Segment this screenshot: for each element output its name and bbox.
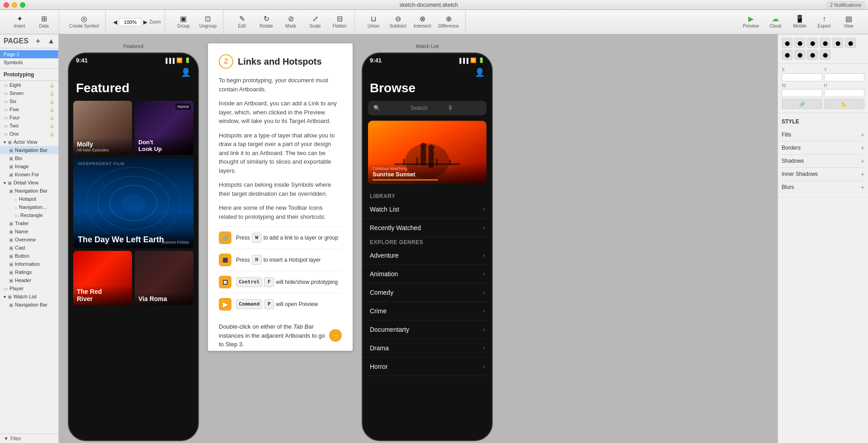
genre-animation[interactable]: Animation › (363, 265, 492, 283)
y-input[interactable] (824, 73, 865, 81)
layer-nav-bar-1[interactable]: ▣ Navigation Bar (0, 146, 58, 154)
cloud-button[interactable]: ☁ Cloud (764, 14, 787, 30)
pages-collapse-button[interactable]: ▲ (47, 37, 55, 45)
movie-card-molly[interactable]: Molly All-New Episodes (73, 101, 132, 155)
fills-add-icon[interactable]: + (861, 131, 864, 138)
layer-information[interactable]: ▣ Information (0, 260, 58, 268)
edit-button[interactable]: ✎ Edit (231, 14, 253, 30)
align-right-button[interactable]: ⬤ (807, 38, 818, 48)
library-watch-list[interactable]: Watch List › (363, 200, 492, 219)
layer-seven[interactable]: ▭ Seven 🔒 (0, 89, 58, 97)
style-blurs[interactable]: Blurs + (782, 181, 864, 193)
export-button[interactable]: ↑ Export (813, 14, 835, 30)
w-input[interactable] (782, 89, 822, 97)
shadows-add-icon[interactable]: + (861, 157, 864, 165)
minimize-button[interactable] (12, 2, 17, 8)
align-bottom-button[interactable]: ⬤ (845, 38, 856, 48)
intersect-button[interactable]: ⊗ Intersect (411, 14, 434, 30)
rotate-button[interactable]: ↻ Rotate (255, 14, 278, 30)
genre-comedy[interactable]: Comedy › (363, 283, 492, 302)
search-box[interactable]: 🔍 Search 🎙 (368, 101, 486, 115)
layer-nav-bar-3[interactable]: ▣ Navigation Bar (0, 301, 58, 309)
layer-name[interactable]: ▣ Name (0, 227, 58, 236)
mask-button[interactable]: ⊘ Mask (279, 14, 302, 30)
layer-one[interactable]: ▭ One 🔒 (0, 130, 58, 138)
maximize-button[interactable] (20, 2, 25, 8)
actor-view-group[interactable]: ▾ ▣ Actor View (0, 138, 58, 146)
layer-four[interactable]: ▭ Four 🔒 (0, 113, 58, 122)
arrow-button[interactable]: → (329, 329, 342, 342)
insert-button[interactable]: ✦ Insert (8, 14, 31, 30)
layer-six[interactable]: ▭ Six 🔒 (0, 97, 58, 105)
mobile-button[interactable]: 📱 Mobile (788, 14, 811, 30)
ungroup-button[interactable]: ⊡ Ungroup (197, 14, 219, 30)
align-top-button[interactable]: ⬤ (820, 38, 830, 48)
genre-crime[interactable]: Crime › (363, 302, 492, 320)
layer-cast[interactable]: ▣ Cast (0, 244, 58, 252)
layer-navigation[interactable]: ⬦ Navigation... (0, 203, 58, 211)
zoom-control[interactable]: ◀ ▶ (113, 18, 147, 26)
window-controls[interactable] (4, 2, 25, 8)
detail-view-group[interactable]: ▾ ▣ Detail View (0, 179, 58, 187)
constrain-button[interactable]: 📐 (824, 99, 865, 109)
pages-add-button[interactable]: + (36, 37, 40, 45)
flip-h-button[interactable]: ⬤ (807, 50, 818, 60)
layer-eight[interactable]: ▭ Eight 🔒 (0, 81, 58, 89)
genre-adventure[interactable]: Adventure › (363, 246, 492, 265)
layer-known-for[interactable]: ▣ Known For (0, 170, 58, 179)
h-input[interactable] (824, 89, 865, 97)
close-button[interactable] (4, 2, 9, 8)
view-button[interactable]: ▤ View (837, 14, 860, 30)
group-button[interactable]: ▣ Group (172, 14, 195, 30)
layer-rectangle[interactable]: ▭ Rectangle (0, 211, 58, 219)
layer-ratings[interactable]: ▣ Ratings (0, 268, 58, 276)
layer-overview[interactable]: ▣ Overview (0, 236, 58, 244)
movie-card-dont[interactable]: Don'tLook Up Horror (135, 101, 193, 155)
dist-h-button[interactable]: ⬤ (782, 50, 793, 60)
genre-horror[interactable]: Horror › (363, 358, 492, 376)
movie-card-day[interactable]: INDEPENDENT FILM The Day We Left Earth S… (73, 158, 193, 248)
borders-add-icon[interactable]: + (861, 144, 864, 151)
layer-player[interactable]: ▭ Player (0, 284, 58, 292)
genre-documentary[interactable]: Documentarty › (363, 320, 492, 339)
flatten-button[interactable]: ⊟ Flatten (328, 14, 351, 30)
layer-trailer[interactable]: ▣ Trailer (0, 219, 58, 227)
style-fills[interactable]: Fills + (782, 128, 864, 141)
dist-v-button[interactable]: ⬤ (794, 50, 805, 60)
layer-bio[interactable]: ▣ Bio (0, 154, 58, 162)
style-shadows[interactable]: Shadows + (782, 155, 864, 168)
layer-nav-bar-2[interactable]: ▣ Navigation Bar (0, 187, 58, 195)
difference-button[interactable]: ⊕ Difference (435, 14, 461, 30)
style-inner-shadows[interactable]: Inner Shadows + (782, 168, 864, 181)
style-borders[interactable]: Borders + (782, 141, 864, 155)
align-middle-button[interactable]: ⬤ (832, 38, 843, 48)
genre-drama[interactable]: Drama › (363, 339, 492, 358)
preview-button[interactable]: ▶ Preview (740, 14, 762, 30)
x-input[interactable] (782, 73, 822, 81)
union-button[interactable]: ⊔ Union (362, 14, 385, 30)
layer-button[interactable]: ▣ Button (0, 252, 58, 260)
continue-watching-card[interactable]: Continue Watching Sunrise Sunset (368, 121, 486, 184)
page-1-item[interactable]: Page 1 (0, 50, 58, 58)
scale-button[interactable]: ⤢ Scale (304, 14, 326, 30)
layer-two[interactable]: ▭ Two 🔒 (0, 122, 58, 130)
inner-shadows-add-icon[interactable]: + (861, 170, 864, 178)
create-symbol-button[interactable]: ◎ Create Symbol (66, 14, 102, 30)
movie-card-via-roma[interactable]: Via Roma (135, 251, 193, 305)
watch-list-group[interactable]: ▾ ▣ Watch List (0, 292, 58, 301)
movie-card-red-river[interactable]: The RedRiver (73, 251, 132, 305)
data-button[interactable]: ⊞ Data (33, 14, 55, 30)
library-recently-watched[interactable]: Recently Watched › (363, 219, 492, 237)
layer-hotspot[interactable]: ⬦ Hotspot (0, 195, 58, 203)
filter-bar[interactable]: ▼ Filter (0, 434, 58, 443)
layer-image[interactable]: ▣ Image (0, 162, 58, 170)
layer-header[interactable]: ▣ Header (0, 276, 58, 284)
align-left-button[interactable]: ⬤ (782, 38, 793, 48)
symbols-item[interactable]: Symbols (0, 58, 58, 66)
subtract-button[interactable]: ⊖ Subtract (387, 14, 409, 30)
lock-aspect-button[interactable]: 🔗 (782, 99, 822, 109)
blurs-add-icon[interactable]: + (861, 184, 864, 191)
zoom-input[interactable] (119, 18, 142, 26)
align-center-h-button[interactable]: ⬤ (794, 38, 805, 48)
layer-five[interactable]: ▭ Five 🔒 (0, 105, 58, 113)
